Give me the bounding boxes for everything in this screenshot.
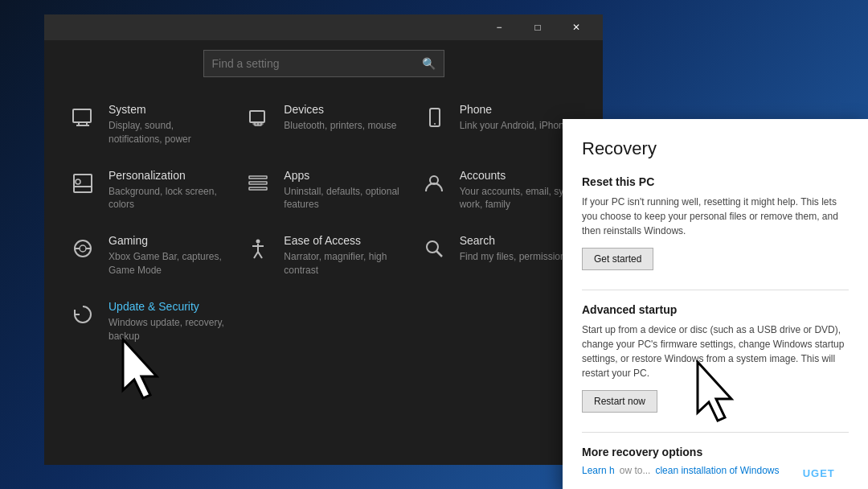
search-icon bbox=[420, 234, 448, 263]
apps-icon bbox=[244, 169, 272, 198]
gaming-title: Gaming bbox=[108, 234, 227, 247]
gaming-icon bbox=[68, 234, 97, 263]
settings-item-system[interactable]: System Display, sound, notifications, po… bbox=[68, 103, 227, 146]
search-bar-container: 🔍 bbox=[44, 40, 603, 87]
settings-item-accounts[interactable]: Accounts Your accounts, email, sync, wor… bbox=[420, 169, 579, 212]
ease-of-access-desc: Narrator, magnifier, high contrast bbox=[284, 250, 403, 277]
personalization-icon bbox=[68, 169, 97, 198]
clean-install-link[interactable]: clean installation of Windows bbox=[655, 465, 779, 476]
phone-desc: Link your Android, iPhone bbox=[460, 119, 579, 133]
reset-pc-title: Reset this PC bbox=[582, 175, 849, 188]
update-security-icon bbox=[68, 300, 97, 329]
svg-line-25 bbox=[258, 252, 262, 258]
get-started-button[interactable]: Get started bbox=[582, 248, 653, 270]
advanced-startup-desc: Start up from a device or disc (such as … bbox=[582, 323, 849, 380]
accounts-title: Accounts bbox=[460, 169, 579, 182]
svg-rect-13 bbox=[249, 176, 267, 179]
svg-point-26 bbox=[427, 241, 438, 253]
svg-point-9 bbox=[434, 123, 436, 125]
settings-item-update-security[interactable]: Update & Security Windows update, recove… bbox=[68, 300, 227, 343]
search-title: Search bbox=[460, 234, 579, 247]
learn-how-link[interactable]: Learn h bbox=[582, 465, 615, 476]
divider-2 bbox=[582, 432, 849, 433]
ease-of-access-title: Ease of Access bbox=[284, 234, 403, 247]
advanced-startup-title: Advanced startup bbox=[582, 303, 849, 316]
watermark: UGETFIX bbox=[803, 467, 854, 479]
svg-rect-14 bbox=[249, 182, 267, 184]
close-button[interactable]: ✕ bbox=[558, 14, 595, 40]
ease-of-access-icon bbox=[244, 234, 272, 263]
devices-icon bbox=[244, 103, 272, 132]
search-input[interactable] bbox=[212, 57, 422, 70]
settings-content: System Display, sound, notifications, po… bbox=[44, 87, 603, 465]
personalization-desc: Background, lock screen, colors bbox=[108, 185, 227, 212]
update-security-title: Update & Security bbox=[108, 300, 227, 313]
apps-desc: Uninstall, defaults, optional features bbox=[284, 185, 403, 212]
settings-item-gaming[interactable]: Gaming Xbox Game Bar, captures, Game Mod… bbox=[68, 234, 227, 277]
title-bar-controls: − □ ✕ bbox=[481, 14, 595, 40]
settings-item-personalization[interactable]: Personalization Background, lock screen,… bbox=[68, 169, 227, 212]
svg-rect-0 bbox=[73, 109, 91, 122]
accounts-icon bbox=[420, 169, 448, 198]
settings-item-devices[interactable]: Devices Bluetooth, printers, mouse bbox=[244, 103, 403, 146]
settings-window: − □ ✕ 🔍 System Display, sound, notificat… bbox=[44, 14, 603, 465]
settings-item-ease-of-access[interactable]: Ease of Access Narrator, magnifier, high… bbox=[244, 234, 403, 277]
search-icon: 🔍 bbox=[422, 57, 436, 70]
settings-item-apps[interactable]: Apps Uninstall, defaults, optional featu… bbox=[244, 169, 403, 212]
more-recovery-title: More recovery options bbox=[582, 446, 849, 458]
link-separator: ow to... bbox=[620, 465, 651, 476]
apps-title: Apps bbox=[284, 169, 403, 182]
svg-line-24 bbox=[254, 252, 258, 258]
recovery-panel: Recovery Reset this PC If your PC isn't … bbox=[563, 119, 868, 489]
devices-desc: Bluetooth, printers, mouse bbox=[284, 119, 403, 133]
phone-title: Phone bbox=[460, 103, 579, 116]
minimize-button[interactable]: − bbox=[481, 14, 518, 40]
reset-pc-desc: If your PC isn't running well, resetting… bbox=[582, 195, 849, 238]
system-desc: Display, sound, notifications, power bbox=[108, 119, 227, 146]
devices-title: Devices bbox=[284, 103, 403, 116]
svg-point-21 bbox=[256, 240, 260, 244]
recovery-title: Recovery bbox=[582, 138, 849, 159]
gaming-desc: Xbox Game Bar, captures, Game Mode bbox=[108, 250, 227, 277]
restart-now-button[interactable]: Restart now bbox=[582, 390, 657, 413]
svg-point-12 bbox=[76, 179, 80, 184]
svg-rect-15 bbox=[249, 187, 267, 190]
system-title: System bbox=[108, 103, 227, 116]
system-icon bbox=[68, 103, 97, 132]
search-bar-wrapper: 🔍 bbox=[203, 50, 444, 77]
settings-item-phone[interactable]: Phone Link your Android, iPhone bbox=[420, 103, 579, 146]
accounts-desc: Your accounts, email, sync, work, family bbox=[460, 185, 579, 212]
title-bar: − □ ✕ bbox=[44, 14, 603, 40]
settings-item-search[interactable]: Search Find my files, permissions bbox=[420, 234, 579, 277]
divider-1 bbox=[582, 290, 849, 290]
settings-grid: System Display, sound, notifications, po… bbox=[68, 103, 579, 343]
phone-icon bbox=[420, 103, 448, 132]
svg-point-18 bbox=[80, 245, 86, 252]
maximize-button[interactable]: □ bbox=[519, 14, 556, 40]
personalization-title: Personalization bbox=[108, 169, 227, 182]
update-security-desc: Windows update, recovery, backup bbox=[108, 316, 227, 343]
search-desc: Find my files, permissions bbox=[460, 250, 579, 264]
svg-line-27 bbox=[436, 251, 442, 257]
svg-rect-4 bbox=[250, 111, 264, 122]
